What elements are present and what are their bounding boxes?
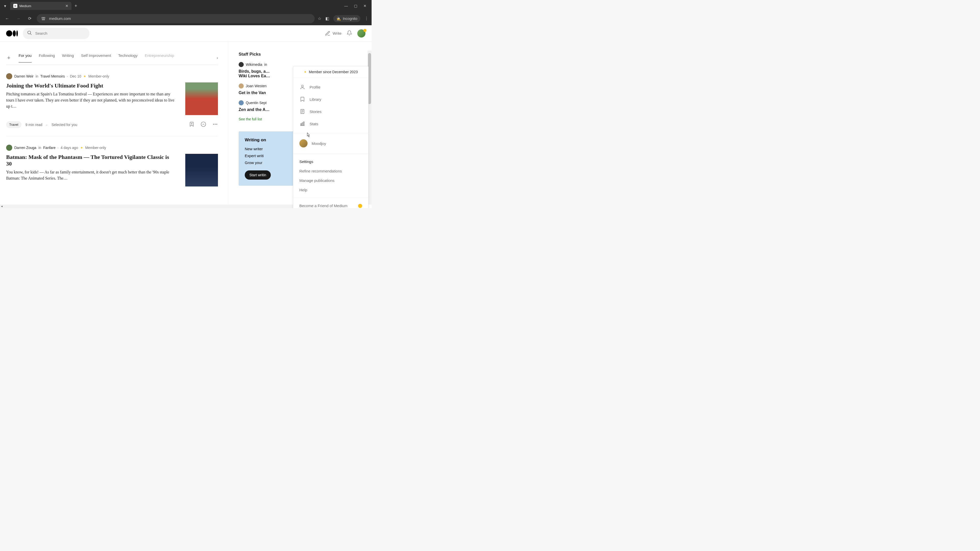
site-settings-icon[interactable]: [41, 16, 46, 21]
menu-label: Stories: [310, 110, 321, 114]
article-card[interactable]: Darren Weir in Travel Memoirs · Dec 10 ✦…: [6, 65, 218, 137]
tab-bar: ▾ •• Medium ✕ + — ▢ ✕: [0, 0, 372, 12]
url-text: medium.com: [49, 16, 71, 21]
menu-label: Library: [310, 97, 321, 102]
svg-line-5: [30, 33, 32, 35]
author-name[interactable]: Darren Weir: [14, 74, 33, 78]
address-bar: ← → ⟳ medium.com ☆ ◧ 🕵 Incognito ⋮: [0, 12, 372, 25]
menu-label: Profile: [310, 85, 321, 89]
tab-following[interactable]: Following: [39, 53, 55, 62]
pick-author: Quentin Sept: [246, 101, 267, 105]
menu-manage-publications[interactable]: Manage publications: [293, 176, 368, 185]
feed-tabs: + For you Following Writing Self Improve…: [6, 51, 218, 65]
user-avatar[interactable]: [357, 29, 366, 38]
document-icon: [299, 108, 305, 114]
tab-for-you[interactable]: For you: [19, 53, 32, 62]
search-icon: [27, 30, 32, 37]
topic-tag[interactable]: Travel: [6, 121, 21, 128]
add-topic-button[interactable]: +: [6, 55, 11, 61]
close-icon[interactable]: ✕: [65, 4, 68, 8]
incognito-icon: 🕵: [336, 17, 341, 21]
article-title[interactable]: Batman: Mask of the Phantasm — The Tortu…: [6, 154, 175, 167]
user-name: Moodjoy: [312, 141, 326, 146]
member-only-label: Member-only: [85, 146, 106, 150]
menu-settings[interactable]: Settings: [293, 157, 368, 166]
url-input[interactable]: medium.com: [37, 14, 315, 23]
reload-button[interactable]: ⟳: [25, 14, 34, 23]
maximize-icon[interactable]: ▢: [354, 4, 357, 8]
tab-writing[interactable]: Writing: [62, 53, 74, 62]
menu-stories[interactable]: Stories: [293, 105, 368, 118]
tabs-dropdown-icon[interactable]: ▾: [2, 3, 8, 9]
svg-point-13: [301, 85, 303, 87]
menu-help[interactable]: Help: [293, 185, 368, 195]
forward-button[interactable]: →: [14, 14, 22, 23]
user-avatar-small: [299, 139, 307, 148]
sidepanel-icon[interactable]: ◧: [325, 16, 329, 21]
svg-rect-18: [301, 124, 302, 125]
publication-name[interactable]: Travel Memoirs: [40, 74, 65, 78]
svg-rect-20: [304, 122, 304, 126]
article-title[interactable]: Joining the World's Ultimate Food Fight: [6, 83, 175, 89]
tab-self-improvement[interactable]: Self Improvement: [81, 53, 111, 62]
write-icon: [325, 30, 331, 36]
article-meta: Darren Weir in Travel Memoirs · Dec 10 ✦…: [6, 73, 218, 79]
menu-user-profile[interactable]: Moodjoy: [293, 136, 368, 151]
svg-point-4: [28, 31, 31, 34]
browser-chrome: ▾ •• Medium ✕ + — ▢ ✕ ← → ⟳ medium.com ☆…: [0, 0, 372, 25]
app-viewport: Write + For you Following Writing Self I…: [0, 25, 372, 208]
publish-date: 4 days ago: [60, 146, 78, 150]
new-tab-button[interactable]: +: [75, 3, 77, 9]
back-button[interactable]: ←: [3, 14, 11, 23]
save-icon[interactable]: [189, 121, 194, 128]
read-time: 9 min read: [25, 123, 42, 127]
start-writing-button[interactable]: Start writin: [245, 170, 271, 179]
scroll-left-icon[interactable]: ◄: [0, 205, 3, 208]
feed-column: + For you Following Writing Self Improve…: [6, 41, 228, 208]
author-avatar[interactable]: [6, 144, 12, 151]
search-input[interactable]: [35, 31, 85, 35]
friend-badge-icon: [358, 204, 362, 208]
window-controls: — ▢ ✕: [344, 4, 369, 8]
show-less-icon[interactable]: [200, 121, 206, 128]
menu-profile[interactable]: Profile: [293, 81, 368, 93]
menu-stats[interactable]: Stats: [293, 118, 368, 130]
publication-name[interactable]: Fanfare: [43, 146, 56, 150]
publish-date: Dec 10: [70, 74, 81, 78]
bookmark-star-icon[interactable]: ☆: [318, 16, 321, 21]
author-avatar[interactable]: [6, 73, 12, 79]
minimize-icon[interactable]: —: [344, 4, 348, 8]
browser-menu-icon[interactable]: ⋮: [364, 16, 369, 21]
tab-entrepreneurship[interactable]: Entrepreneurship: [145, 53, 174, 62]
menu-refine-recommendations[interactable]: Refine recommendations: [293, 166, 368, 176]
person-icon: [299, 84, 305, 90]
bookmark-icon: [299, 96, 305, 102]
chevron-right-icon[interactable]: ›: [217, 56, 218, 60]
in-label: in: [264, 62, 267, 67]
write-label: Write: [332, 31, 342, 35]
medium-logo[interactable]: [6, 30, 18, 37]
write-button[interactable]: Write: [325, 30, 342, 36]
article-thumbnail[interactable]: [185, 83, 218, 115]
more-icon[interactable]: [212, 121, 218, 128]
member-star-icon: ✦: [83, 74, 86, 78]
browser-tab[interactable]: •• Medium ✕: [10, 2, 72, 10]
menu-become-friend[interactable]: Become a Friend of Medium: [293, 201, 368, 208]
stats-icon: [299, 121, 305, 127]
author-name[interactable]: Darren Zouga: [14, 146, 36, 150]
selected-label: Selected for you: [52, 123, 77, 127]
article-card[interactable]: Darren Zouga in Fanfare · 4 days ago ✦ M…: [6, 137, 218, 195]
menu-library[interactable]: Library: [293, 93, 368, 105]
top-nav: Write: [0, 25, 372, 41]
incognito-badge[interactable]: 🕵 Incognito: [333, 15, 360, 22]
search-box[interactable]: [23, 28, 89, 39]
member-since-banner: ✦ Member since December 2023: [293, 66, 368, 78]
notifications-icon[interactable]: [347, 30, 352, 37]
member-star-icon: ✦: [80, 146, 83, 150]
tab-technology[interactable]: Technology: [118, 53, 138, 62]
close-window-icon[interactable]: ✕: [363, 4, 366, 8]
svg-point-10: [213, 124, 214, 125]
pick-author: Wikimedia: [246, 62, 262, 67]
staff-picks-title: Staff Picks: [239, 52, 322, 57]
article-thumbnail[interactable]: [185, 154, 218, 186]
